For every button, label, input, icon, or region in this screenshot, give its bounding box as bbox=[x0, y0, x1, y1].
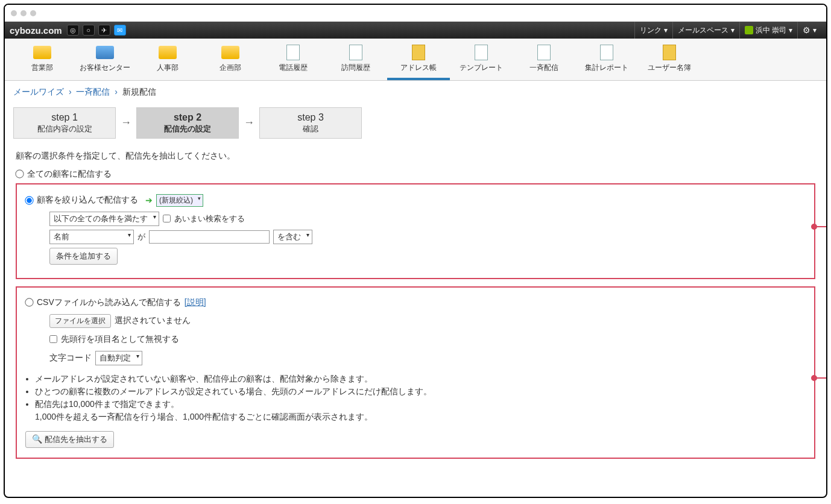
gear-icon: ⚙ bbox=[803, 25, 810, 35]
document-icon bbox=[600, 45, 613, 60]
step-2[interactable]: step 2配信先の設定 bbox=[136, 107, 239, 139]
toolbar-phone-log[interactable]: 電話履歴 bbox=[262, 41, 324, 80]
note-item: 配信先は10,000件まで指定できます。 bbox=[35, 399, 806, 410]
header-icon-1[interactable]: ◎ bbox=[67, 25, 79, 36]
folder-icon bbox=[33, 46, 51, 59]
step-3[interactable]: step 3確認 bbox=[259, 107, 362, 139]
fuzzy-search-checkbox[interactable] bbox=[163, 215, 171, 222]
toolbar-template[interactable]: テンプレート bbox=[450, 41, 513, 80]
csv-section: CSVファイルから読み込んで配信する[説明] ファイルを選択 選択されていません… bbox=[16, 286, 815, 459]
saved-filter-select[interactable]: (新規絞込) bbox=[156, 194, 203, 207]
arrow-icon: → bbox=[244, 116, 254, 129]
app-toolbar: 営業部 お客様センター 人事部 企画部 電話履歴 訪問履歴 アドレス帳 テンプレ… bbox=[5, 39, 826, 81]
toolbar-sales[interactable]: 営業部 bbox=[11, 41, 74, 80]
header-user-menu[interactable]: 浜中 崇司▾ bbox=[739, 22, 797, 39]
toolbar-hr[interactable]: 人事部 bbox=[136, 41, 199, 80]
document-icon bbox=[349, 45, 362, 60]
filter-value-input[interactable] bbox=[149, 230, 270, 244]
callout-line bbox=[814, 377, 827, 379]
wizard-steps: step 1配信内容の設定 → step 2配信先の設定 → step 3確認 bbox=[5, 104, 826, 146]
traffic-light-close[interactable] bbox=[11, 10, 17, 16]
breadcrumb: メールワイズ › 一斉配信 › 新規配信 bbox=[5, 81, 826, 104]
arrow-right-icon: ➔ bbox=[145, 195, 153, 205]
book-icon bbox=[663, 45, 676, 60]
charset-select[interactable]: 自動判定 bbox=[95, 351, 142, 365]
toolbar-users[interactable]: ユーザー名簿 bbox=[638, 41, 701, 80]
filter-section: 顧客を絞り込んで配信する ➔ (新規絞込) 以下の全ての条件を満たす あいまい検… bbox=[16, 183, 815, 279]
note-item: 1,000件を超える一斉配信を行う場合、1,000件配信するごとに確認画面が表示… bbox=[35, 412, 806, 423]
traffic-light-max[interactable] bbox=[30, 10, 36, 16]
radio-csv-input[interactable] bbox=[25, 298, 33, 307]
ga-text: が bbox=[137, 232, 145, 242]
fuzzy-label: あいまい検索をする bbox=[174, 213, 245, 224]
header-icon-3[interactable]: ✈ bbox=[98, 25, 110, 36]
addressbook-icon bbox=[412, 45, 425, 60]
extract-button[interactable]: 🔍配信先を抽出する bbox=[25, 431, 114, 448]
brand-logo[interactable]: cybozu.com bbox=[10, 25, 62, 36]
note-item: ひとつの顧客に複数のメールアドレスが設定されている場合、先頭のメールアドレスにだ… bbox=[35, 386, 806, 397]
chevron-down-icon: ▾ bbox=[813, 26, 817, 34]
charset-label: 文字コード bbox=[49, 353, 92, 364]
toolbar-broadcast[interactable]: 一斉配信 bbox=[513, 41, 575, 80]
chevron-down-icon: ▾ bbox=[789, 26, 792, 34]
toolbar-addressbook[interactable]: アドレス帳 bbox=[387, 41, 450, 80]
add-condition-button[interactable]: 条件を追加する bbox=[49, 248, 118, 265]
step-1[interactable]: step 1配信内容の設定 bbox=[13, 107, 116, 139]
callout-line bbox=[814, 226, 827, 227]
no-file-text: 選択されていません bbox=[115, 315, 191, 326]
skip-header-label: 先頭行を項目名として無視する bbox=[61, 334, 179, 345]
match-mode-select[interactable]: 以下の全ての条件を満たす bbox=[49, 212, 159, 226]
header-mailspace-menu[interactable]: メールスペース▾ bbox=[672, 22, 739, 39]
header-mail-icon[interactable]: ✉ bbox=[114, 25, 126, 36]
header-links-menu[interactable]: リンク▾ bbox=[634, 22, 672, 39]
chevron-down-icon: ▾ bbox=[664, 26, 668, 34]
document-icon bbox=[286, 45, 300, 60]
radio-filter-customers[interactable]: 顧客を絞り込んで配信する ➔ (新規絞込) bbox=[25, 194, 806, 207]
breadcrumb-root[interactable]: メールワイズ bbox=[13, 87, 64, 96]
radio-all-input[interactable] bbox=[15, 170, 24, 178]
instruction-text: 顧客の選択条件を指定して、配信先を抽出してください。 bbox=[16, 151, 815, 162]
csv-help-link[interactable]: [説明] bbox=[185, 297, 206, 308]
window-titlebar bbox=[5, 5, 826, 22]
toolbar-visit-log[interactable]: 訪問履歴 bbox=[324, 41, 387, 80]
document-icon bbox=[537, 45, 551, 60]
radio-all-customers[interactable]: 全ての顧客に配信する bbox=[16, 169, 815, 180]
arrow-icon: → bbox=[121, 116, 131, 129]
main-content: 顧客の選択条件を指定して、配信先を抽出してください。 全ての顧客に配信する 顧客… bbox=[5, 146, 826, 477]
header-icon-2[interactable]: ○ bbox=[83, 25, 95, 36]
skip-header-checkbox[interactable] bbox=[49, 335, 57, 343]
chevron-down-icon: ▾ bbox=[731, 26, 735, 34]
document-icon bbox=[475, 45, 488, 60]
choose-file-button[interactable]: ファイルを選択 bbox=[49, 314, 111, 328]
toolbar-report[interactable]: 集計レポート bbox=[575, 41, 638, 80]
note-item: メールアドレスが設定されていない顧客や、配信停止の顧客は、配信対象から除きます。 bbox=[35, 374, 806, 385]
folder-icon bbox=[96, 46, 114, 59]
toolbar-planning[interactable]: 企画部 bbox=[199, 41, 262, 80]
header-settings[interactable]: ⚙▾ bbox=[797, 22, 821, 39]
avatar-icon bbox=[745, 26, 753, 34]
search-icon: 🔍 bbox=[32, 434, 42, 444]
toolbar-support[interactable]: お客様センター bbox=[74, 41, 136, 80]
notes-list: メールアドレスが設定されていない顧客や、配信停止の顧客は、配信対象から除きます。… bbox=[35, 374, 806, 423]
breadcrumb-section[interactable]: 一斉配信 bbox=[76, 87, 110, 96]
folder-icon bbox=[221, 46, 239, 59]
field-select[interactable]: 名前 bbox=[49, 230, 134, 244]
folder-icon bbox=[159, 46, 177, 59]
global-header: cybozu.com ◎ ○ ✈ ✉ リンク▾ メールスペース▾ 浜中 崇司▾ … bbox=[5, 22, 826, 39]
radio-filter-input[interactable] bbox=[25, 196, 33, 204]
traffic-light-min[interactable] bbox=[21, 10, 27, 16]
operator-select[interactable]: を含む bbox=[273, 230, 312, 244]
breadcrumb-current: 新規配信 bbox=[122, 87, 156, 96]
radio-csv[interactable]: CSVファイルから読み込んで配信する[説明] bbox=[25, 297, 806, 308]
